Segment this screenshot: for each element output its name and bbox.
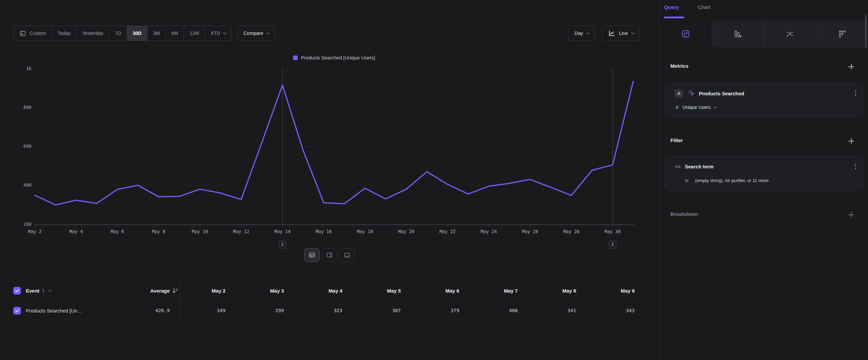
layout-chart-and-table-button[interactable] — [304, 248, 320, 262]
x-tick-label: May 14 — [275, 229, 291, 234]
y-tick-label: 1K — [26, 66, 32, 71]
granularity-label: Day — [575, 31, 583, 36]
y-tick-label: 600 — [24, 143, 31, 149]
column-header: May 5 — [351, 281, 401, 301]
y-tick-label: 400 — [24, 182, 31, 188]
row-checkbox[interactable] — [13, 301, 21, 321]
date-range-group: CustomTodayYesterday7D30D3M6M12MXTD — [13, 26, 232, 41]
flows-icon — [786, 30, 795, 38]
range-today[interactable]: Today — [52, 26, 76, 40]
toolbar-right: Day Line — [568, 26, 640, 41]
layout-split-view-button[interactable] — [322, 248, 337, 262]
filter-card[interactable]: Aa Search term Is (empty string), Air pu… — [665, 156, 863, 191]
main-area: CustomTodayYesterday7D30D3M6M12MXTD Comp… — [0, 0, 659, 360]
cell-value: 323 — [293, 301, 342, 321]
layout-chart-only-button[interactable] — [340, 248, 355, 262]
granularity-button[interactable]: Day — [568, 26, 595, 41]
more-options-icon[interactable] — [855, 91, 857, 96]
metric-name: Products Searched — [699, 91, 744, 96]
calendar-icon — [19, 30, 26, 37]
event-label: Event — [26, 288, 39, 294]
scrollbar[interactable] — [865, 15, 867, 48]
toolbar: CustomTodayYesterday7D30D3M6M12MXTD Comp… — [13, 26, 640, 41]
more-options-icon[interactable] — [855, 164, 857, 169]
legend-label: Products Searched [Unique Users] — [301, 55, 375, 60]
compare-button[interactable]: Compare — [238, 26, 275, 41]
tab-chart[interactable]: Chart — [698, 4, 711, 10]
row-name: Products Searched [Un... — [26, 301, 82, 321]
range-30d[interactable]: 30D — [127, 26, 147, 40]
table-row[interactable]: Products Searched [Un... 426.9 349299323… — [0, 301, 659, 321]
range-xtd[interactable]: XTD — [205, 26, 231, 40]
x-tick-label: May 10 — [192, 229, 208, 234]
chevron-down-icon — [267, 31, 270, 34]
x-tick-label: May 18 — [357, 229, 373, 234]
metrics-heading: Metrics — [671, 63, 688, 69]
retention-icon — [838, 30, 846, 38]
filter-operator[interactable]: Is — [685, 178, 689, 183]
chart-type-label: Line — [619, 31, 628, 36]
select-all-checkbox[interactable] — [13, 281, 21, 301]
annotation-badge[interactable]: 1 — [609, 241, 617, 248]
row-average: 426.9 — [123, 301, 170, 321]
y-tick-label: 800 — [24, 105, 31, 110]
x-tick-label: May 20 — [398, 229, 414, 234]
annotation-badge[interactable]: 1 — [279, 241, 286, 248]
tab-query[interactable]: Query — [664, 4, 679, 10]
chevron-down-icon — [48, 288, 52, 292]
chevron-down-icon — [631, 31, 634, 34]
range-6m[interactable]: 6M — [165, 26, 184, 40]
viz-tab-insights[interactable] — [659, 21, 712, 47]
cell-value: 400 — [468, 301, 518, 321]
event-dropdown[interactable]: Event 1 — [26, 281, 51, 301]
x-tick-label: May 28 — [563, 229, 580, 234]
range-yesterday[interactable]: Yesterday — [76, 26, 109, 40]
cell-value: 341 — [527, 301, 576, 321]
check-icon — [14, 308, 20, 313]
query-panel: Query Chart Metrics A Products Searched … — [659, 0, 868, 360]
add-metric-icon[interactable] — [848, 64, 854, 70]
range-12m[interactable]: 12M — [184, 26, 205, 40]
cell-value: 307 — [351, 301, 401, 321]
column-header: May 3 — [234, 281, 284, 301]
column-header: May 8 — [527, 281, 576, 301]
insights-icon — [681, 30, 690, 38]
aggregation-dropdown[interactable]: Unique Users — [682, 105, 711, 110]
line-chart[interactable]: 1K800600400200May 2May 4May 6May 8May 10… — [0, 43, 659, 256]
chart-legend[interactable]: Products Searched [Unique Users] — [35, 55, 633, 60]
x-tick-label: May 4 — [69, 229, 83, 234]
cell-value: 349 — [176, 301, 225, 321]
chart-type-button[interactable]: Line — [602, 26, 640, 41]
column-header: May 4 — [293, 281, 342, 301]
view-layout-toggle — [301, 248, 358, 262]
breakdown-heading: Breakdown — [671, 211, 698, 217]
average-column-header[interactable]: Average — [123, 281, 170, 301]
cell-value: 299 — [234, 301, 284, 321]
active-tab-indicator — [664, 17, 684, 18]
viz-tab-funnels[interactable] — [712, 21, 764, 47]
viz-tab-retention[interactable] — [816, 21, 868, 47]
range-3m[interactable]: 3M — [147, 26, 165, 40]
data-table: Event 1 Average May 2May 3May 4May 5May … — [0, 281, 659, 321]
x-tick-label: May 24 — [481, 229, 497, 234]
x-tick-label: May 26 — [522, 229, 538, 234]
range-custom[interactable]: Custom — [13, 26, 52, 40]
x-tick-label: May 8 — [152, 229, 165, 234]
add-filter-icon[interactable] — [848, 138, 854, 144]
chart-area[interactable]: Products Searched [Unique Users] 1K80060… — [0, 43, 659, 256]
column-header: May 9 — [585, 281, 634, 301]
chevron-down-icon — [223, 31, 226, 34]
filter-heading: Filter — [671, 138, 683, 143]
compare-label: Compare — [243, 31, 263, 36]
event-count: 1 — [42, 288, 45, 293]
add-breakdown-icon[interactable] — [848, 212, 854, 218]
aggregation-prefix: # — [676, 105, 678, 110]
range-7d[interactable]: 7D — [109, 26, 127, 40]
column-header: May 7 — [468, 281, 518, 301]
y-tick-label: 200 — [24, 222, 31, 227]
metric-card[interactable]: A Products Searched # Unique Users — [665, 83, 863, 117]
filter-value[interactable]: (empty string), Air purifier, or 11 more — [695, 178, 769, 183]
viz-tab-flows[interactable] — [764, 21, 816, 47]
series-line[interactable] — [35, 81, 633, 205]
cell-value: 379 — [409, 301, 459, 321]
